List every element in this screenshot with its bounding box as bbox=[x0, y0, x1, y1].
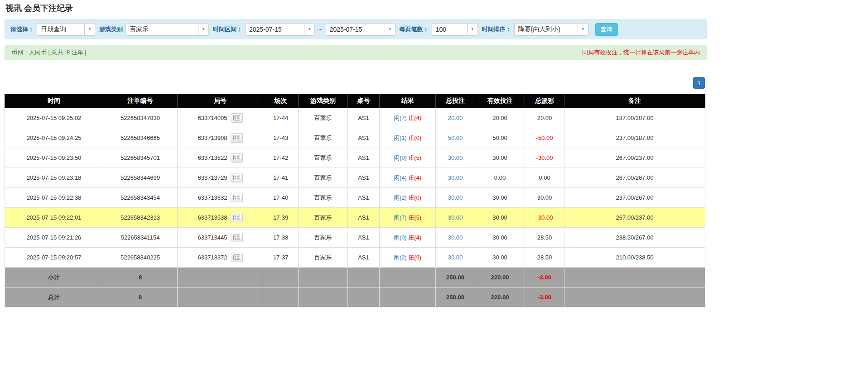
table-row: 2025-07-15 09:22:38 522658343454 6337136… bbox=[5, 188, 705, 208]
game-category-input[interactable] bbox=[125, 23, 198, 36]
cell-bet-id: 522658345701 bbox=[103, 148, 178, 168]
subtotal-row: 小计 8 250.00 220.00 -3.00 bbox=[5, 268, 705, 288]
cell-table-no: AS1 bbox=[348, 108, 380, 128]
table-body: 2025-07-15 09:25:02 522658347830 6337140… bbox=[5, 108, 705, 268]
result-banker: 庄(4) bbox=[408, 234, 421, 241]
video-replay-button[interactable] bbox=[231, 253, 243, 262]
cell-session: 17-44 bbox=[263, 108, 299, 128]
cell-result: 闲(0) 庄(5) bbox=[380, 148, 436, 168]
video-replay-icon bbox=[233, 215, 240, 220]
cell-time: 2025-07-15 09:20:57 bbox=[5, 248, 103, 268]
cell-table-no: AS1 bbox=[348, 168, 380, 188]
select-type-input[interactable] bbox=[37, 23, 84, 36]
cell-game-category: 百家乐 bbox=[299, 208, 348, 228]
select-type-dropdown-button[interactable]: ▼ bbox=[84, 23, 95, 36]
cell-total-bet: 30.00 bbox=[436, 148, 475, 168]
video-replay-button[interactable] bbox=[231, 213, 243, 222]
cell-bet-id: 522658340225 bbox=[103, 248, 178, 268]
page-size-dropdown-button[interactable]: ▼ bbox=[467, 23, 478, 36]
total-bet-link[interactable]: 30.00 bbox=[448, 254, 463, 261]
cell-valid-bet: 0.00 bbox=[475, 168, 525, 188]
search-button[interactable]: 查询 bbox=[595, 23, 618, 36]
cell-round-id: 633713372 bbox=[178, 248, 263, 268]
cell-table-no: AS1 bbox=[348, 128, 380, 148]
cell-session: 17-39 bbox=[263, 208, 299, 228]
filter-group-date-range: 时间区间： ▼ ~ ▼ bbox=[213, 23, 395, 36]
cell-total-bet: 30.00 bbox=[436, 248, 475, 268]
cell-bet-id: 522658346665 bbox=[103, 128, 178, 148]
cell-total-bet: 30.00 bbox=[436, 168, 475, 188]
filter-group-game-category: 游戏类别 ▼ bbox=[99, 23, 209, 36]
header-result: 结果 bbox=[380, 94, 436, 108]
cell-time: 2025-07-15 09:23:18 bbox=[5, 168, 103, 188]
video-replay-icon bbox=[233, 175, 240, 180]
cell-time: 2025-07-15 09:25:02 bbox=[5, 108, 103, 128]
total-bet-link[interactable]: 30.00 bbox=[448, 234, 463, 241]
cell-game-category: 百家乐 bbox=[299, 248, 348, 268]
table-row: 2025-07-15 09:25:02 522658347830 6337140… bbox=[5, 108, 705, 128]
video-replay-button[interactable] bbox=[231, 153, 243, 163]
cell-time: 2025-07-15 09:24:25 bbox=[5, 128, 103, 148]
time-sort-dropdown-button[interactable]: ▼ bbox=[578, 23, 588, 36]
subtotal-count: 8 bbox=[103, 268, 178, 288]
cell-payout: 20.00 bbox=[525, 108, 564, 128]
video-replay-button[interactable] bbox=[231, 233, 243, 242]
cell-payout: 0.00 bbox=[525, 168, 564, 188]
total-bet-link[interactable]: 30.00 bbox=[448, 194, 463, 201]
cell-time: 2025-07-15 09:21:26 bbox=[5, 228, 103, 248]
result-banker: 庄(5) bbox=[408, 214, 421, 221]
cell-table-no: AS1 bbox=[348, 188, 380, 208]
date-to-input[interactable] bbox=[326, 23, 385, 36]
total-bet-link[interactable]: 50.00 bbox=[448, 134, 463, 141]
cell-game-category: 百家乐 bbox=[299, 128, 348, 148]
cell-result: 闲(2) 庄(9) bbox=[380, 248, 436, 268]
cell-total-bet: 30.00 bbox=[436, 208, 475, 228]
total-count: 8 bbox=[103, 288, 178, 307]
result-player: 闲(2) bbox=[394, 194, 407, 201]
cell-round-id: 633713538 bbox=[178, 208, 263, 228]
time-sort-input[interactable] bbox=[514, 23, 578, 36]
video-replay-button[interactable] bbox=[231, 133, 243, 143]
video-replay-button[interactable] bbox=[231, 193, 243, 202]
result-banker: 庄(4) bbox=[408, 174, 421, 181]
cell-remark: 237.00/187.00 bbox=[564, 128, 705, 148]
total-row: 总计 8 250.00 220.00 -3.00 bbox=[5, 288, 705, 307]
result-player: 闲(2) bbox=[394, 254, 407, 261]
game-category-combo: ▼ bbox=[125, 23, 209, 36]
cell-bet-id: 522658347830 bbox=[103, 108, 178, 128]
cell-table-no: AS1 bbox=[348, 208, 380, 228]
cell-total-bet: 50.00 bbox=[436, 128, 475, 148]
result-banker: 庄(4) bbox=[408, 115, 421, 121]
total-bet-link[interactable]: 30.00 bbox=[448, 154, 463, 161]
cell-game-category: 百家乐 bbox=[299, 188, 348, 208]
video-replay-button[interactable] bbox=[231, 113, 243, 123]
table-row: 2025-07-15 09:22:01 522658342313 6337135… bbox=[5, 208, 705, 228]
cell-payout: -50.00 bbox=[525, 128, 564, 148]
header-total-bet: 总投注 bbox=[436, 94, 475, 108]
date-to-dropdown-button[interactable]: ▼ bbox=[385, 23, 395, 36]
header-table-no: 桌号 bbox=[348, 94, 380, 108]
table-row: 2025-07-15 09:23:50 522658345701 6337138… bbox=[5, 148, 705, 168]
page-root: 视讯 会员下注纪录 请选择： ▼ 游戏类别 ▼ 时间区间： ▼ ~ bbox=[0, 0, 707, 374]
game-category-dropdown-button[interactable]: ▼ bbox=[198, 23, 209, 36]
cell-valid-bet: 30.00 bbox=[475, 188, 525, 208]
total-bet-link[interactable]: 30.00 bbox=[448, 214, 463, 221]
pagination-page-1-button[interactable]: 1 bbox=[693, 77, 705, 89]
cell-remark: 267.00/237.00 bbox=[564, 148, 705, 168]
page-size-input[interactable] bbox=[432, 23, 467, 36]
cell-game-category: 百家乐 bbox=[299, 148, 348, 168]
cell-bet-id: 522658341154 bbox=[103, 228, 178, 248]
date-from-input[interactable] bbox=[245, 23, 304, 36]
cell-remark: 210.00/238.50 bbox=[564, 248, 705, 268]
result-player: 闲(1) bbox=[394, 134, 407, 141]
cell-valid-bet: 30.00 bbox=[475, 248, 525, 268]
filter-group-time-sort: 时间排序： ▼ bbox=[482, 23, 588, 36]
cell-session: 17-41 bbox=[263, 168, 299, 188]
date-from-dropdown-button[interactable]: ▼ bbox=[304, 23, 315, 36]
video-replay-button[interactable] bbox=[231, 173, 243, 182]
total-bet-link[interactable]: 30.00 bbox=[448, 174, 463, 181]
total-bet-link[interactable]: 20.00 bbox=[448, 115, 463, 121]
header-payout: 总派彩 bbox=[525, 94, 564, 108]
header-session: 场次 bbox=[263, 94, 299, 108]
cell-bet-id: 522658342313 bbox=[103, 208, 178, 228]
